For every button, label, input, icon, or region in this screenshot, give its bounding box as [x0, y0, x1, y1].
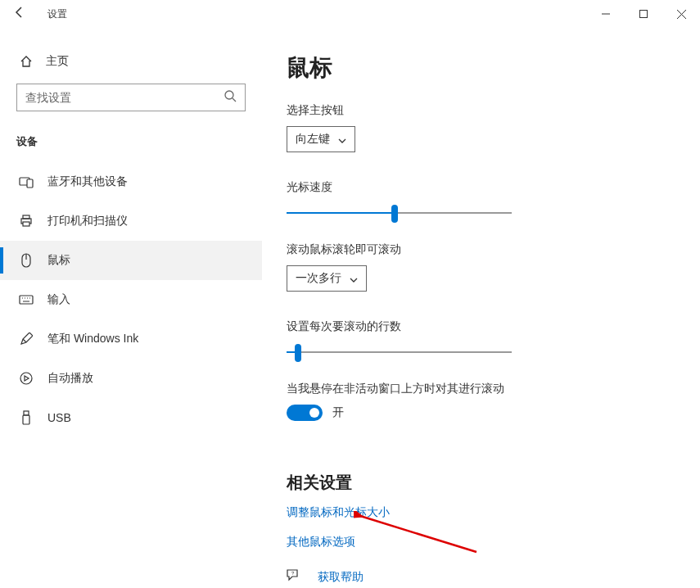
svg-rect-13 — [20, 296, 33, 304]
chevron-down-icon — [350, 272, 358, 285]
lines-slider[interactable] — [287, 342, 512, 362]
svg-rect-20 — [24, 411, 29, 415]
sidebar-item-typing[interactable]: 输入 — [0, 280, 262, 319]
sidebar-item-label: 自动播放 — [47, 371, 93, 386]
autoplay-icon — [16, 372, 36, 385]
sidebar-item-label: 打印机和扫描仪 — [47, 214, 128, 228]
slider-thumb[interactable] — [391, 205, 398, 223]
search-field[interactable] — [25, 91, 224, 104]
sidebar-item-mouse[interactable]: 鼠标 — [0, 241, 262, 280]
svg-line-5 — [233, 98, 236, 102]
titlebar: 设置 — [0, 0, 700, 28]
main-content: 鼠标 选择主按钮 向左键 光标速度 滚动鼠标滚轮即可滚动 一次多行 设置每次要滚… — [262, 28, 700, 588]
sidebar-item-label: 输入 — [47, 292, 70, 307]
svg-rect-7 — [27, 179, 33, 188]
sidebar-item-label: 笔和 Windows Ink — [47, 332, 138, 346]
link-other-mouse-options[interactable]: 其他鼠标选项 — [287, 535, 700, 550]
svg-point-4 — [225, 91, 233, 99]
close-button[interactable] — [662, 0, 700, 28]
svg-point-19 — [20, 373, 32, 384]
back-button[interactable] — [13, 6, 36, 22]
lines-label: 设置每次要滚动的行数 — [287, 319, 700, 334]
cursor-speed-slider[interactable] — [287, 203, 512, 223]
sidebar-item-printers[interactable]: 打印机和扫描仪 — [0, 201, 262, 241]
scroll-wheel-dropdown[interactable]: 一次多行 — [287, 265, 367, 292]
svg-rect-10 — [23, 222, 29, 226]
toggle-state-label: 开 — [332, 405, 344, 420]
search-icon — [224, 89, 237, 106]
page-title: 鼠标 — [287, 52, 700, 84]
sidebar-item-bluetooth[interactable]: 蓝牙和其他设备 — [0, 162, 262, 201]
sidebar-item-autoplay[interactable]: 自动播放 — [0, 359, 262, 398]
help-label: 获取帮助 — [318, 570, 364, 585]
related-heading: 相关设置 — [287, 472, 700, 494]
primary-button-label: 选择主按钮 — [287, 103, 700, 118]
dropdown-value: 向左键 — [296, 132, 330, 147]
dropdown-value: 一次多行 — [296, 271, 341, 286]
slider-thumb[interactable] — [295, 344, 301, 362]
svg-text:?: ? — [291, 571, 295, 576]
devices-icon — [16, 175, 36, 188]
link-cursor-size[interactable]: 调整鼠标和光标大小 — [287, 505, 700, 520]
toggle-knob — [309, 408, 319, 418]
inactive-scroll-toggle[interactable] — [287, 405, 323, 421]
inactive-scroll-label: 当我悬停在非活动窗口上方时对其进行滚动 — [287, 382, 700, 396]
sidebar: 主页 设备 蓝牙和其他设备 打印机和扫描仪 — [0, 28, 262, 588]
primary-button-dropdown[interactable]: 向左键 — [287, 126, 355, 152]
chevron-down-icon — [338, 133, 346, 146]
svg-rect-8 — [23, 215, 29, 219]
sidebar-home-label: 主页 — [46, 54, 69, 69]
pen-icon — [16, 332, 36, 346]
window-title: 设置 — [47, 7, 67, 21]
sidebar-item-pen[interactable]: 笔和 Windows Ink — [0, 319, 262, 359]
maximize-button[interactable] — [625, 0, 662, 28]
sidebar-home[interactable]: 主页 — [0, 47, 262, 75]
sidebar-item-usb[interactable]: USB — [0, 398, 262, 437]
minimize-button[interactable] — [587, 0, 625, 28]
sidebar-item-label: USB — [47, 411, 71, 424]
slider-fill — [287, 212, 395, 214]
keyboard-icon — [16, 295, 36, 305]
slider-track — [287, 351, 512, 353]
mouse-icon — [16, 253, 36, 268]
scroll-wheel-label: 滚动鼠标滚轮即可滚动 — [287, 242, 700, 257]
svg-rect-21 — [23, 415, 29, 424]
sidebar-item-label: 鼠标 — [47, 253, 70, 268]
sidebar-category: 设备 — [0, 111, 262, 156]
help-row[interactable]: ? 获取帮助 — [287, 569, 700, 586]
sidebar-item-label: 蓝牙和其他设备 — [47, 174, 128, 189]
svg-rect-1 — [640, 11, 648, 18]
window-controls — [587, 0, 700, 28]
search-input[interactable] — [16, 84, 246, 111]
usb-icon — [16, 410, 36, 425]
cursor-speed-label: 光标速度 — [287, 180, 700, 195]
printer-icon — [16, 215, 36, 228]
help-icon: ? — [287, 569, 306, 586]
sidebar-nav: 蓝牙和其他设备 打印机和扫描仪 鼠标 输入 — [0, 162, 262, 437]
home-icon — [16, 55, 36, 68]
